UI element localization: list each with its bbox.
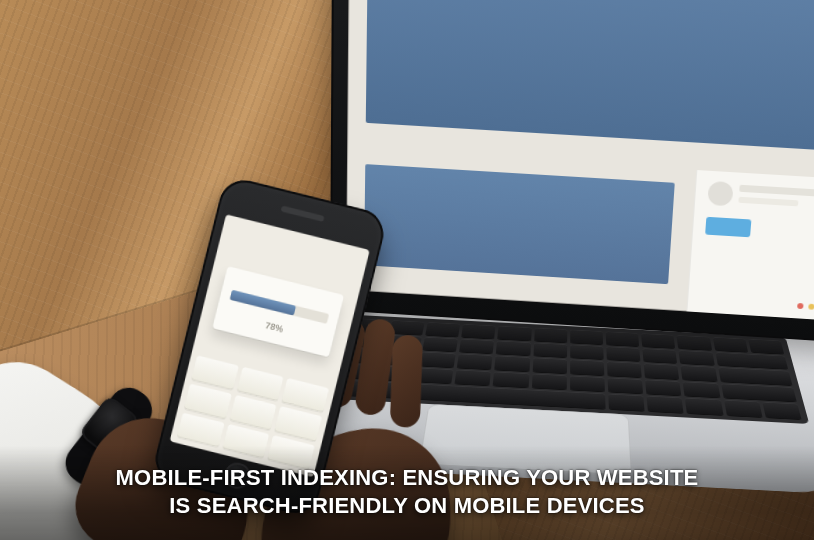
avatar-icon <box>707 181 733 206</box>
status-dots-icon <box>797 303 814 311</box>
placeholder-line <box>738 197 799 207</box>
caption-line-1: MOBILE-FIRST INDEXING: ENSURING YOUR WEB… <box>40 464 774 492</box>
caption-line-2: IS SEARCH-FRIENDLY ON MOBILE DEVICES <box>40 492 774 520</box>
laptop-screen <box>346 0 814 321</box>
laptop-lid <box>330 0 814 343</box>
side-panel <box>686 170 814 320</box>
content-panel <box>364 164 674 284</box>
hero-panel <box>366 0 814 151</box>
headline-caption: MOBILE-FIRST INDEXING: ENSURING YOUR WEB… <box>0 446 814 540</box>
placeholder-line <box>739 185 814 198</box>
scene: 78% MOBILE-FIRST INDEXING: ENSURING YOUR… <box>0 0 814 540</box>
primary-chip <box>705 217 751 238</box>
